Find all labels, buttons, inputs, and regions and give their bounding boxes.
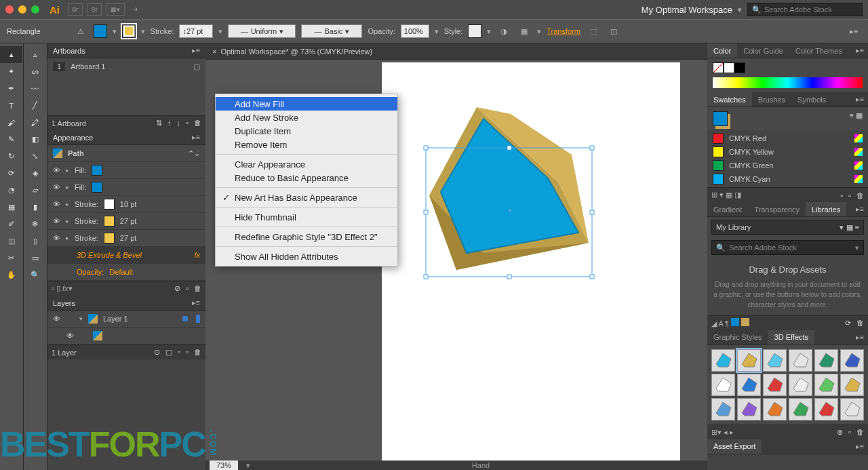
visibility-icon[interactable]: 👁 xyxy=(53,200,60,208)
tab-gradient[interactable]: Gradient xyxy=(707,202,748,216)
attr-swatch[interactable] xyxy=(92,182,102,193)
locate-icon[interactable]: ⊙ xyxy=(154,348,160,357)
context-menu-item[interactable]: Remove Item xyxy=(216,138,397,151)
appearance-effect-row[interactable]: 👁 3D Extrude & Bevel fx xyxy=(47,247,205,264)
attr-swatch[interactable] xyxy=(92,165,102,176)
attr-swatch[interactable] xyxy=(104,233,115,243)
brush-definition-dropdown[interactable]: — Basic ▾ xyxy=(301,24,362,38)
delete-icon[interactable]: 🗑 xyxy=(856,191,864,199)
swatch-item[interactable]: CMYK Yellow xyxy=(707,145,868,159)
layer-row[interactable]: 👁 ▾ Layer 1 xyxy=(47,311,205,328)
library-search-input[interactable]: 🔍 Search Adobe Stock ▾ xyxy=(711,240,864,255)
library-select[interactable]: My Library▾ ▦ ≡ xyxy=(711,220,864,235)
workspace-switcher[interactable]: My Optimal Workspace xyxy=(642,5,732,15)
zoom-tool[interactable]: 🔍 xyxy=(24,267,46,283)
effect-thumbnail[interactable] xyxy=(789,349,812,372)
context-menu-item[interactable]: Add New Fill xyxy=(216,97,397,111)
close-window-icon[interactable] xyxy=(5,5,14,14)
effect-thumbnail[interactable] xyxy=(763,374,787,396)
white-swatch[interactable] xyxy=(724,62,734,73)
twirl-icon[interactable]: ▸ xyxy=(66,167,69,174)
eraser-tool[interactable]: ◧ xyxy=(24,131,46,148)
gradient-tool[interactable]: ▮ xyxy=(24,199,46,216)
eyedropper-tool[interactable]: ✐ xyxy=(0,216,22,233)
up-icon[interactable]: ↑ xyxy=(167,119,172,128)
new-group-icon[interactable]: ▫ xyxy=(840,191,843,199)
curvature-tool[interactable]: 〰 xyxy=(24,80,46,97)
panel-flyout-icon[interactable]: ▸≡ xyxy=(192,133,200,142)
shaper-tool[interactable]: ✎ xyxy=(0,131,22,148)
new-artboard-icon[interactable]: ▫ xyxy=(186,119,189,128)
pen-tool[interactable]: ✒ xyxy=(0,80,22,97)
panel-flyout-icon[interactable]: ▸≡ xyxy=(852,205,868,214)
context-menu-item[interactable]: New Art Has Basic Appearance xyxy=(216,191,397,204)
effect-thumbnail[interactable] xyxy=(711,349,735,372)
minimize-window-icon[interactable] xyxy=(18,5,26,14)
visibility-icon[interactable]: 👁 xyxy=(53,183,60,191)
visibility-icon[interactable]: 👁 xyxy=(53,234,60,242)
type-tool[interactable]: T xyxy=(0,97,22,114)
gpu-icon[interactable]: ✈ xyxy=(129,3,144,16)
artboards-panel-header[interactable]: Artboards ▸≡ xyxy=(47,43,205,58)
context-menu-item[interactable]: Redefine Graphic Style "3D Effect 2" xyxy=(216,230,397,243)
shapebuilder-tool[interactable]: ◔ xyxy=(0,182,22,199)
lib-add-icons[interactable]: ◢ A ¶ xyxy=(711,318,749,328)
link-icon[interactable]: ⟳ xyxy=(845,319,851,328)
paintbrush-tool[interactable]: 🖌 xyxy=(0,114,22,131)
delete-icon[interactable]: 🗑 xyxy=(856,428,864,437)
align-icon[interactable]: ▦ xyxy=(517,24,532,39)
layer-row[interactable]: 👁 xyxy=(47,328,205,345)
black-swatch[interactable] xyxy=(734,62,745,73)
context-menu-item[interactable]: Clear Appearance xyxy=(216,157,397,171)
column-graph-tool[interactable]: ▯ xyxy=(24,233,46,250)
fill-swatch[interactable] xyxy=(94,24,107,38)
appearance-opacity-row[interactable]: 👁 Opacity: Default xyxy=(47,264,205,281)
shape-3d-object[interactable] xyxy=(429,107,606,297)
artboard-row[interactable]: 1 Artboard 1 ▢ xyxy=(47,58,205,75)
new-style-icon[interactable]: ▫ xyxy=(848,428,851,437)
appearance-path-row[interactable]: Path ⌃⌄ xyxy=(47,145,205,162)
tab-graphic-styles[interactable]: Graphic Styles xyxy=(707,330,768,345)
new-swatch-icon[interactable]: ▫ xyxy=(848,191,851,199)
appearance-attr-row[interactable]: 👁 ▸ Stroke: 10 pt xyxy=(47,196,205,213)
bridge-button[interactable]: Br xyxy=(68,3,83,16)
clip-icon[interactable]: ▢ xyxy=(165,348,172,357)
attr-swatch[interactable] xyxy=(104,216,115,227)
tab-color-guide[interactable]: Color Guide xyxy=(737,43,789,58)
delete-icon[interactable]: 🗑 xyxy=(194,348,201,357)
arrange-documents-button[interactable]: ▦▾ xyxy=(106,3,125,16)
new-layer-icon[interactable]: ▫ xyxy=(186,348,189,357)
effect-thumbnail[interactable] xyxy=(840,349,864,372)
close-tab-icon[interactable]: × xyxy=(212,47,216,56)
delete-icon[interactable]: 🗑 xyxy=(194,284,201,293)
visibility-icon[interactable]: 👁 xyxy=(66,332,74,340)
dup-icon[interactable]: ▫ xyxy=(186,284,189,293)
break-link-icon[interactable]: ⊗ xyxy=(837,428,843,437)
down-icon[interactable]: ↓ xyxy=(177,119,181,128)
effect-thumbnail[interactable] xyxy=(711,398,735,420)
tab-3d-effects[interactable]: 3D Effects xyxy=(768,330,815,345)
context-menu-item[interactable]: Duplicate Item xyxy=(216,124,397,138)
target-icon[interactable] xyxy=(182,316,188,321)
tab-transparency[interactable]: Transparency xyxy=(748,202,806,216)
swatch-item[interactable]: CMYK Cyan xyxy=(707,172,868,186)
visibility-icon[interactable]: 👁 xyxy=(53,166,60,174)
attr-swatch[interactable] xyxy=(104,199,115,210)
tab-swatches[interactable]: Swatches xyxy=(707,92,752,106)
twirl-icon[interactable]: ▸ xyxy=(66,201,69,208)
symbol-sprayer-tool[interactable]: ✻ xyxy=(24,216,46,233)
stroke-profile-dropdown[interactable]: — Uniform ▾ xyxy=(228,24,296,38)
mesh-tool[interactable]: ▦ xyxy=(0,199,22,216)
sublayer-icon[interactable]: ▫ xyxy=(178,348,180,357)
tab-asset-export[interactable]: Asset Export xyxy=(707,439,762,454)
magic-wand-tool[interactable]: ✦ xyxy=(0,63,22,80)
perspective-tool[interactable]: ▱ xyxy=(24,182,46,199)
effect-thumbnail[interactable] xyxy=(814,374,838,396)
artboard-tool[interactable]: ▭ xyxy=(24,250,46,267)
context-menu-item[interactable]: Hide Thumbnail xyxy=(216,210,397,224)
effect-thumbnail[interactable] xyxy=(763,398,787,420)
swatch-item[interactable]: CMYK Green xyxy=(707,159,868,172)
document-tab[interactable]: × Optimal Workspace* @ 73% (CMYK/Preview… xyxy=(205,43,707,60)
context-menu-item[interactable]: Reduce to Basic Appearance xyxy=(216,171,397,184)
twirl-icon[interactable]: ▸ xyxy=(66,235,69,241)
